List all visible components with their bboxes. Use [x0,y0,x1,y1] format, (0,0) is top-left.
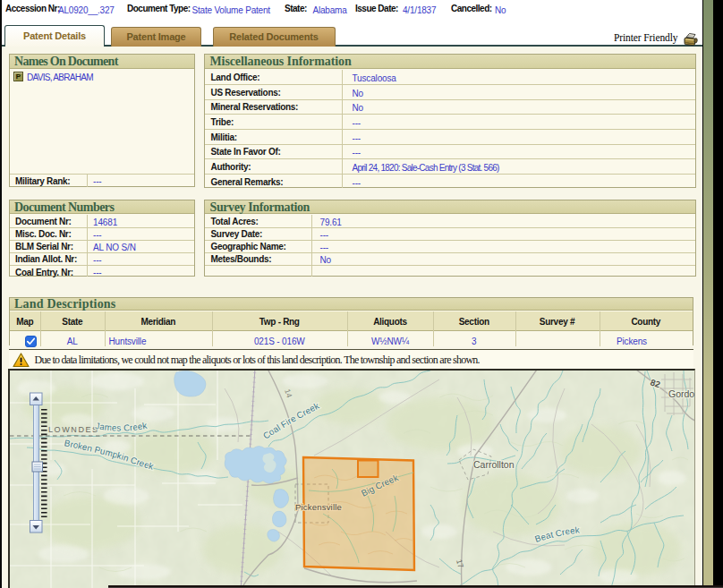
svg-text:LOWNDES: LOWNDES [48,425,99,434]
svg-text:Pickensville: Pickensville [295,502,342,512]
svg-text:Carrollton: Carrollton [473,459,515,470]
svg-text:Gordo: Gordo [668,388,694,399]
